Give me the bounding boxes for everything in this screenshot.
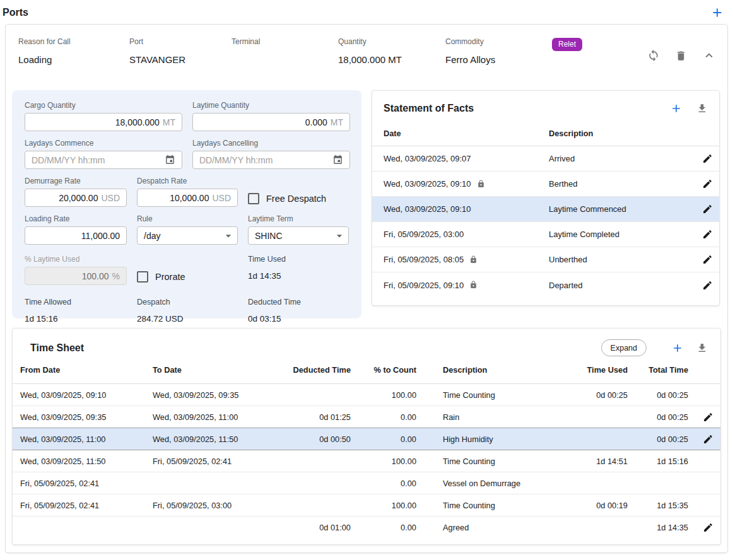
field-label: Laydays Commence xyxy=(25,139,182,148)
pct-laytime-used-input: 100.00 % xyxy=(25,267,127,285)
recalculate-button[interactable] xyxy=(647,49,660,62)
delete-port-button[interactable] xyxy=(675,50,687,62)
sof-row-date-cell: Fri, 05/09/2025, 09:10 xyxy=(384,281,549,290)
loading-rate-input[interactable]: 11,000.00 xyxy=(25,226,127,245)
edit-button[interactable] xyxy=(702,178,713,189)
field-label: Port xyxy=(129,37,232,46)
timesheet-table-header: From Date To Date Deducted Time % to Cou… xyxy=(13,356,720,384)
edit-button[interactable] xyxy=(702,254,713,265)
timesheet-row[interactable]: Fri, 05/09/2025, 02:41 Fri, 05/09/2025, … xyxy=(13,494,720,516)
despatch-rate-input[interactable]: 10,000.00 USD xyxy=(137,189,238,207)
pencil-icon xyxy=(703,522,713,533)
timesheet-row[interactable]: Wed, 03/09/2025, 09:10 Wed, 03/09/2025, … xyxy=(13,384,720,406)
sof-row[interactable]: Fri, 05/09/2025, 08:05 Unberthed xyxy=(372,247,719,272)
ts-time-used: 0d 00:25 xyxy=(565,390,628,400)
sof-add-button[interactable] xyxy=(670,102,683,115)
field-label: Laytime Term xyxy=(248,214,349,223)
calendar-icon[interactable] xyxy=(332,155,343,165)
add-port-button[interactable] xyxy=(710,6,724,20)
edit-button[interactable] xyxy=(702,229,713,240)
timesheet-add-button[interactable] xyxy=(671,342,684,354)
collapse-port-button[interactable] xyxy=(702,49,716,62)
sof-row-description: Arrived xyxy=(549,154,575,163)
edit-button[interactable] xyxy=(703,434,713,445)
summary-quantity: Quantity 18,000.000 MT xyxy=(338,37,445,65)
timesheet-row[interactable]: 0d 01:00 0.00 Agreed 1d 14:35 xyxy=(13,516,720,539)
timesheet-row[interactable]: Wed, 03/09/2025, 11:00 Wed, 03/09/2025, … xyxy=(13,428,720,450)
download-icon xyxy=(696,103,708,114)
sof-row[interactable]: Wed, 03/09/2025, 09:10 Laytime Commenced xyxy=(372,197,719,222)
edit-button[interactable] xyxy=(702,204,713,214)
checkbox-label: Free Despatch xyxy=(266,194,326,204)
loading-rate-field: Loading Rate 11,000.00 xyxy=(25,214,127,245)
sof-row-date: Fri, 05/09/2025, 08:05 xyxy=(384,255,464,264)
sof-row[interactable]: Fri, 05/09/2025, 03:00 Laytime Completed xyxy=(372,222,719,247)
prorate-checkbox[interactable] xyxy=(137,271,148,283)
ts-deducted-time: 0d 01:25 xyxy=(290,412,351,422)
sync-icon xyxy=(647,49,660,62)
sof-row-description: Departed xyxy=(549,281,582,290)
sof-row[interactable]: Wed, 03/09/2025, 09:07 Arrived xyxy=(372,146,719,172)
edit-button[interactable] xyxy=(703,412,713,423)
download-icon xyxy=(696,342,708,354)
laytime-calc-panel: Cargo Quantity 18,000.000 MT Laytime Qua… xyxy=(12,90,361,318)
edit-button[interactable] xyxy=(702,280,713,291)
page-header: Ports xyxy=(0,0,733,20)
laytime-quantity-input[interactable]: 0.000 MT xyxy=(192,113,350,131)
plus-icon xyxy=(710,6,724,20)
page-title: Ports xyxy=(3,7,28,18)
field-label: Commodity xyxy=(445,37,552,46)
sof-table-body: Wed, 03/09/2025, 09:07 Arrived Wed, 03/0… xyxy=(372,146,719,298)
stat-value: 1d 15:16 xyxy=(25,314,127,324)
sof-download-button[interactable] xyxy=(696,103,708,114)
calendar-icon[interactable] xyxy=(165,155,175,165)
field-value: 18,000.000 MT xyxy=(338,54,445,65)
ts-pct-to-count: 0.00 xyxy=(351,412,416,422)
ts-actions xyxy=(688,522,713,533)
ts-to-date: Wed, 03/09/2025, 11:00 xyxy=(153,412,290,422)
ts-actions xyxy=(688,434,713,445)
field-label: Despatch Rate xyxy=(137,177,238,185)
timesheet-download-button[interactable] xyxy=(696,342,708,354)
time-sheet-card: Time Sheet Expand From Date To Date Dedu… xyxy=(12,328,721,545)
pencil-icon xyxy=(703,412,713,423)
sof-row[interactable]: Wed, 03/09/2025, 09:10 Berthed xyxy=(372,172,719,197)
field-label: Laydays Cancelling xyxy=(192,139,350,148)
ts-time-used: 1d 14:51 xyxy=(565,457,628,466)
timesheet-table-body: Wed, 03/09/2025, 09:10 Wed, 03/09/2025, … xyxy=(13,384,720,539)
ts-pct-to-count: 0.00 xyxy=(351,435,416,444)
demurrage-rate-input[interactable]: 20,000.00 USD xyxy=(25,189,127,207)
expand-button[interactable]: Expand xyxy=(601,339,647,356)
timesheet-row[interactable]: Wed, 03/09/2025, 09:35 Wed, 03/09/2025, … xyxy=(13,406,720,428)
cargo-quantity-input[interactable]: 18,000.000 MT xyxy=(25,113,182,131)
ts-from-date: Wed, 03/09/2025, 11:00 xyxy=(20,435,153,444)
summary-commodity: Commodity Ferro Alloys xyxy=(445,37,552,65)
free-despatch-checkbox[interactable] xyxy=(248,193,259,204)
sof-row[interactable]: Fri, 05/09/2025, 09:10 Departed xyxy=(372,272,719,298)
ts-total-time: 0d 00:25 xyxy=(628,435,688,444)
edit-button[interactable] xyxy=(702,153,713,164)
laytime-term-select[interactable]: SHINC xyxy=(248,226,349,245)
laydays-commence-input[interactable]: DD/MM/YY hh:mm xyxy=(25,151,182,169)
laydays-cancelling-input[interactable]: DD/MM/YY hh:mm xyxy=(192,151,350,169)
ts-description: Agreed xyxy=(416,523,565,532)
sof-row-date: Wed, 03/09/2025, 09:10 xyxy=(384,204,471,214)
rule-select[interactable]: /day xyxy=(137,226,238,245)
trash-icon xyxy=(675,50,687,62)
port-actions xyxy=(647,49,716,62)
ts-deducted-time: 0d 00:50 xyxy=(290,435,351,444)
edit-button[interactable] xyxy=(703,522,713,533)
timesheet-row[interactable]: Wed, 03/09/2025, 11:50 Fri, 05/09/2025, … xyxy=(13,450,720,472)
field-label: Loading Rate xyxy=(25,214,127,223)
timesheet-row[interactable]: Fri, 05/09/2025, 02:41 0.00 Vessel on De… xyxy=(13,472,720,494)
laytime-term-field: Laytime Term SHINC xyxy=(248,214,349,245)
sof-row-date: Fri, 05/09/2025, 09:10 xyxy=(384,281,464,290)
ts-description: Time Counting xyxy=(416,501,565,510)
ts-from-date: Wed, 03/09/2025, 11:50 xyxy=(20,457,153,466)
ts-total-time: 0d 00:25 xyxy=(628,390,688,400)
pencil-icon xyxy=(703,434,713,445)
pencil-icon xyxy=(702,204,713,214)
ts-pct-to-count: 100.00 xyxy=(351,390,416,400)
sof-row-description: Laytime Commenced xyxy=(549,204,626,214)
stat-label: Time Used xyxy=(248,255,349,264)
